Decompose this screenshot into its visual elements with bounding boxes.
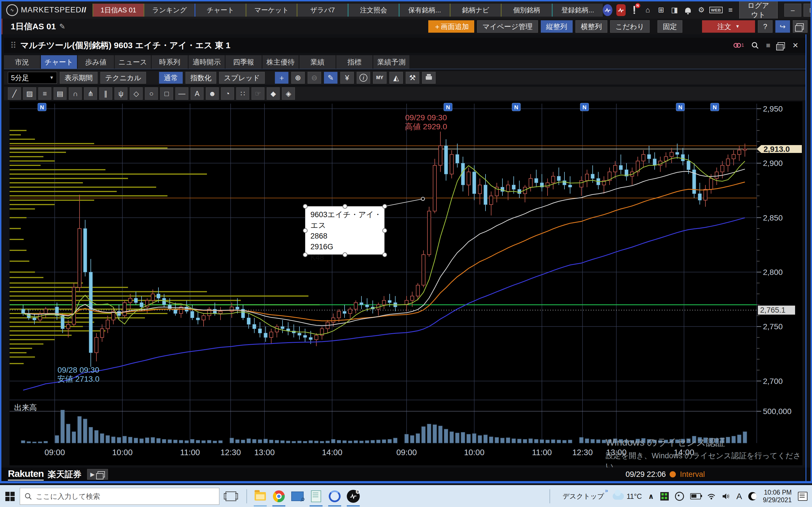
selection-handle[interactable] bbox=[382, 204, 387, 209]
selection-handle[interactable] bbox=[303, 228, 308, 233]
weather-widget[interactable]: 11°C bbox=[613, 492, 642, 501]
taskbar-notepad[interactable] bbox=[307, 486, 325, 506]
speaker-icon[interactable] bbox=[722, 493, 730, 500]
mode-index-button[interactable]: 指数化 bbox=[186, 72, 216, 83]
link-group-icon[interactable]: 1 bbox=[733, 42, 744, 48]
taskbar-file-explorer[interactable] bbox=[251, 486, 269, 506]
content-tab-3[interactable]: ニュース bbox=[115, 55, 151, 69]
copy-drawing-icon[interactable]: ∷ bbox=[236, 87, 249, 100]
content-tab-5[interactable]: 適時開示 bbox=[189, 55, 225, 69]
ellipse-icon[interactable]: ○ bbox=[145, 87, 158, 100]
vline-icon[interactable]: ∥ bbox=[99, 87, 112, 100]
taskbar-marketspeed[interactable]: R bbox=[344, 486, 363, 506]
time-cycle-icon[interactable]: ◔ bbox=[221, 87, 234, 100]
rectangle-icon[interactable]: □ bbox=[160, 87, 173, 100]
gear-icon[interactable]: ⚙ bbox=[697, 4, 706, 16]
draw-pencil-button[interactable]: ✎ bbox=[324, 72, 338, 83]
mypage-manage-button[interactable]: マイページ管理 bbox=[477, 20, 538, 33]
text-label-icon[interactable]: A bbox=[191, 87, 204, 100]
pentagon-icon[interactable]: ◇ bbox=[130, 87, 143, 100]
web-icon[interactable]: WEB bbox=[710, 4, 722, 16]
zoom-in-button[interactable]: ⊕ bbox=[291, 72, 305, 83]
taskbar-clock[interactable]: 10:06 PM9/29/2021 bbox=[763, 489, 792, 504]
content-tab-7[interactable]: 株主優待 bbox=[262, 55, 299, 69]
selection-handle[interactable] bbox=[303, 252, 308, 257]
selection-handle[interactable] bbox=[382, 228, 387, 233]
desktop-toolbar[interactable]: デスクトップ» bbox=[560, 492, 606, 501]
taskbar-snip-tool[interactable] bbox=[288, 486, 307, 506]
pin-button[interactable]: 固定 bbox=[658, 20, 682, 33]
top-tab-6[interactable]: 保有銘柄... bbox=[399, 4, 450, 17]
home-icon[interactable]: ⌂ bbox=[643, 4, 653, 16]
jump-button[interactable]: ↪ bbox=[775, 20, 790, 33]
candle-app-icon[interactable] bbox=[616, 4, 626, 16]
selection-handle[interactable] bbox=[382, 252, 387, 257]
taskbar-chrome[interactable] bbox=[269, 486, 288, 506]
panel-layout-icon[interactable]: ◨ bbox=[670, 4, 679, 16]
horizontal-align-button[interactable]: 横整列 bbox=[575, 20, 607, 33]
ime-icon[interactable] bbox=[748, 492, 757, 501]
icon-stamp-icon[interactable]: ☻ bbox=[206, 87, 219, 100]
alert-bubble-icon[interactable]: ❕N bbox=[629, 4, 639, 16]
trendline-icon[interactable]: ╱ bbox=[8, 87, 21, 100]
taskbar-search-input[interactable]: ここに入力して検索 bbox=[20, 488, 219, 505]
selection-handle[interactable] bbox=[343, 204, 347, 209]
top-tab-8[interactable]: 個別銘柄 bbox=[501, 4, 552, 17]
hamburger-menu-icon[interactable]: ≡ bbox=[726, 4, 735, 16]
settings-wrench-button[interactable]: ⚒ bbox=[406, 72, 419, 83]
selection-handle[interactable] bbox=[343, 252, 347, 257]
technical-button[interactable]: テクニカル bbox=[100, 72, 146, 83]
pulse-chart-icon[interactable] bbox=[603, 4, 612, 16]
cascade-windows-button[interactable] bbox=[793, 20, 808, 33]
hline-4-icon[interactable]: ▤ bbox=[54, 87, 66, 100]
bell-icon[interactable] bbox=[683, 4, 693, 16]
wifi-icon[interactable] bbox=[707, 493, 716, 500]
mode-spread-button[interactable]: スプレッド bbox=[219, 72, 265, 83]
multitool-window-header[interactable]: ⠿ マルチツール(個別銘柄) 9603 エイチ・アイ・エス 東 1 1 ≡ ✕ bbox=[4, 38, 806, 53]
top-tab-5[interactable]: 注文照会 bbox=[348, 4, 399, 17]
hline-3-icon[interactable]: ≡ bbox=[38, 87, 51, 100]
minimize-button[interactable]: – bbox=[784, 4, 801, 17]
vertical-align-button[interactable]: 縦整列 bbox=[541, 20, 573, 33]
yen-scale-button[interactable]: ¥ bbox=[340, 72, 354, 83]
parallel-line-icon[interactable]: ▨ bbox=[23, 87, 36, 100]
search-icon[interactable] bbox=[751, 42, 759, 49]
popout-window-icon[interactable] bbox=[777, 42, 785, 48]
content-tab-0[interactable]: 市況 bbox=[4, 55, 40, 69]
price-volume-chart[interactable]: 2,9502,9002,8502,8002,7502,700500,000NNN… bbox=[10, 101, 802, 465]
ime-mode-indicator[interactable]: A bbox=[737, 492, 742, 501]
edit-title-icon[interactable]: ✎ bbox=[59, 22, 65, 31]
content-tab-1[interactable]: チャート bbox=[41, 55, 77, 69]
erase-all-icon[interactable]: ◈ bbox=[282, 87, 295, 100]
interval-dropdown[interactable]: 5分足▼ bbox=[8, 72, 57, 83]
fan-line-icon[interactable]: ⋔ bbox=[84, 87, 97, 100]
add-window-icon[interactable]: ⊞ bbox=[656, 4, 666, 16]
zoom-out-button[interactable]: ⊖ bbox=[308, 72, 321, 83]
close-window-icon[interactable]: ✕ bbox=[792, 41, 799, 50]
taskbar-launcher[interactable] bbox=[325, 486, 344, 506]
action-center-icon[interactable] bbox=[798, 492, 808, 501]
print-button[interactable] bbox=[422, 72, 436, 83]
top-tab-1[interactable]: ランキング bbox=[144, 4, 195, 17]
eraser-icon[interactable]: ◆ bbox=[267, 87, 280, 100]
selection-handle[interactable] bbox=[303, 204, 308, 209]
content-tab-6[interactable]: 四季報 bbox=[225, 55, 262, 69]
logout-button[interactable]: ログアウト bbox=[739, 0, 777, 21]
task-view-icon[interactable] bbox=[225, 492, 236, 501]
my-chart-button[interactable]: MY bbox=[373, 72, 387, 83]
tray-app-icon[interactable] bbox=[660, 492, 669, 501]
sidebar-toggle-buttons[interactable]: ▶ bbox=[87, 469, 108, 480]
hand-tool-icon[interactable]: ☞ bbox=[252, 87, 264, 100]
add-screen-button[interactable]: ＋画面追加 bbox=[428, 20, 474, 33]
drawing-label-box[interactable]: 9603エイチ・アイ・エス 2868 2916G K48 bbox=[305, 206, 385, 255]
crosshair-tool-button[interactable]: ＋ bbox=[275, 72, 289, 83]
info-button[interactable]: i bbox=[357, 72, 370, 83]
top-tab-9[interactable]: 登録銘柄... bbox=[552, 4, 603, 17]
chart-area[interactable]: 2,9502,9002,8502,8002,7502,700500,000NNN… bbox=[10, 101, 802, 465]
content-tab-9[interactable]: 指標 bbox=[336, 55, 372, 69]
top-tab-3[interactable]: マーケット bbox=[246, 4, 297, 17]
top-tab-0[interactable]: 1日信AS 01 bbox=[93, 4, 144, 17]
window-menu-icon[interactable]: ≡ bbox=[766, 41, 770, 50]
drag-grip-icon[interactable]: ⠿ bbox=[10, 41, 16, 50]
content-tab-8[interactable]: 業績 bbox=[299, 55, 336, 69]
